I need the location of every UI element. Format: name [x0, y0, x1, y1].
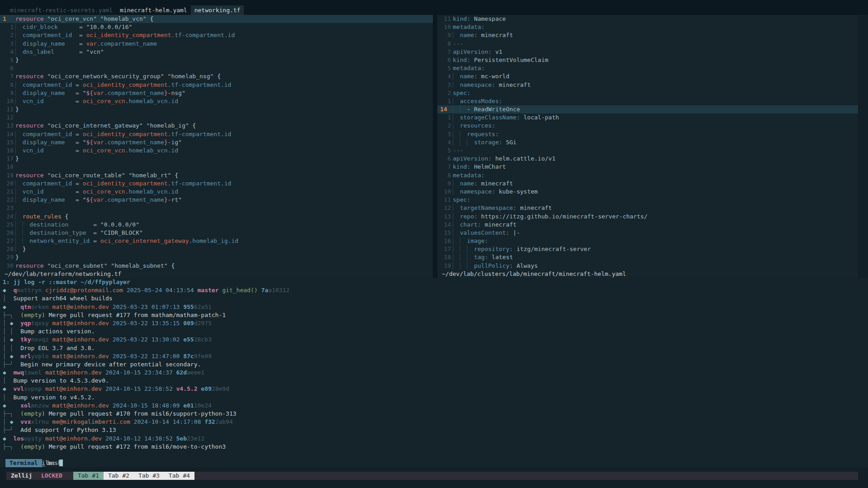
- text-segment: resource: [15, 262, 44, 269]
- code-text: ▏ name: minecraft: [453, 31, 513, 39]
- zellij-tabs: Tab #1 Tab #2 Tab #3 Tab #4: [73, 472, 194, 480]
- text-segment: [79, 180, 83, 187]
- text-segment: ▏: [15, 246, 19, 252]
- text-segment: ▏: [453, 221, 456, 228]
- text-segment: compartment_id: [23, 32, 72, 38]
- code-text: ▏ name: mc-world: [453, 72, 509, 81]
- text-segment: [54, 48, 79, 55]
- text-segment: e55: [183, 336, 194, 343]
- text-segment: [173, 369, 176, 376]
- code-line: 14▏ ▏ - ReadWriteOnce: [437, 105, 858, 114]
- text-segment: [42, 287, 45, 294]
- line-number: 5: [0, 56, 15, 64]
- code-line: 8metadata:: [437, 171, 858, 180]
- text-segment: Bump actions version.: [20, 328, 95, 335]
- text-segment: 5Gi: [503, 139, 517, 146]
- line-number: 16: [0, 147, 15, 155]
- text-segment: ${: [86, 90, 94, 96]
- zellij-session: minecraft-restic-secrets.yaml minecraft-…: [0, 0, 868, 488]
- text-segment: [79, 131, 83, 137]
- text-segment: }: [164, 90, 168, 96]
- text-segment: aeee1: [187, 369, 204, 376]
- text-segment: "oci_core_vcn": [47, 15, 97, 22]
- text-segment: [109, 353, 113, 360]
- text-segment: [72, 180, 76, 187]
- log-line: │ Bump version to v4.5.2.: [3, 393, 868, 402]
- buffer-tab-minecraft-restic-secrets[interactable]: minecraft-restic-secrets.yaml: [6, 5, 116, 15]
- code-text: ---: [453, 147, 463, 155]
- text-segment: ▏: [15, 213, 19, 220]
- code-area-terraform[interactable]: 1resource "oci_core_vcn" "homelab_vcn" {…: [0, 15, 433, 270]
- text-segment: .tf-compartment.id: [168, 131, 232, 137]
- code-line: 10metadata:: [437, 23, 858, 31]
- text-segment: [6, 303, 20, 310]
- code-text: ▏ accessModes:: [453, 97, 503, 105]
- text-segment: compartment_id: [23, 180, 72, 187]
- text-segment: minecraft: [517, 204, 552, 211]
- text-segment: Merge pull request #170 from misl6/suppo…: [45, 410, 237, 417]
- text-segment: a10312: [268, 287, 289, 294]
- text-segment: [97, 221, 100, 228]
- buffer-tab-minecraft-helm[interactable]: minecraft-helm.yaml: [116, 5, 191, 15]
- code-text: ▏ compartment_id = oci_identity_compartm…: [15, 180, 231, 188]
- text-segment: [109, 303, 113, 310]
- code-area-yaml[interactable]: 11kind: Namespace10metadata:9▏ name: min…: [437, 15, 858, 270]
- line-number: 5: [437, 64, 453, 72]
- text-segment: [49, 303, 52, 310]
- text-segment: .tf-compartment.id: [168, 180, 232, 187]
- pane-divider[interactable]: [433, 15, 437, 278]
- text-segment: oci_core_internet_gateway: [100, 237, 189, 244]
- code-line: 11spec:: [437, 196, 858, 204]
- text-segment: [83, 48, 86, 55]
- text-segment: 28e9d: [212, 385, 229, 392]
- code-text: resource "oci_core_network_security_grou…: [15, 72, 221, 81]
- text-segment: [19, 90, 23, 96]
- text-segment: [13, 361, 20, 368]
- zellij-tab-4[interactable]: Tab #4: [164, 472, 194, 480]
- text-segment: ▏: [453, 139, 456, 146]
- line-number: 9: [437, 31, 453, 39]
- text-segment: ◆: [3, 435, 6, 442]
- log-line: ├─╮ (empty) Merge pull request #172 from…: [3, 443, 868, 451]
- text-segment: matt@einhorn.dev: [45, 385, 102, 392]
- text-segment: ▏: [453, 204, 456, 211]
- text-segment: matt@einhorn.dev: [52, 353, 109, 360]
- text-segment: [13, 418, 20, 425]
- text-segment: mxttryn: [17, 287, 42, 294]
- buffer-tab-networking-tf[interactable]: networking.tf: [191, 5, 244, 15]
- text-segment: ▏: [15, 180, 19, 187]
- line-number: 13: [437, 213, 453, 221]
- code-text: ▏ display_name = "${var.compartment_name…: [15, 196, 182, 204]
- code-line: 12: [0, 114, 433, 122]
- code-text: ▏ display_name = "${var.compartment_name…: [15, 138, 182, 147]
- zellij-tab-2[interactable]: Tab #2: [104, 472, 134, 480]
- text-segment: [13, 353, 20, 360]
- text-segment: =: [76, 180, 79, 187]
- text-segment: [58, 24, 79, 30]
- terminal-pane[interactable]: 1: jj log -r ::master ~/d/ffpyplayer ◆ q…: [0, 278, 868, 467]
- log-line: ◆ losuysty matt@einhorn.dev 2024-10-12 1…: [3, 435, 868, 443]
- code-line: 29}: [0, 253, 433, 261]
- text-segment: ▏: [15, 90, 19, 96]
- text-segment: ▏: [453, 213, 456, 220]
- text-segment: 2025-03-23 01:07:13: [113, 303, 180, 310]
- zellij-tab-3[interactable]: Tab #3: [134, 472, 164, 480]
- zellij-tab-1[interactable]: Tab #1: [73, 472, 104, 480]
- text-segment: oci_identity_compartment: [86, 32, 171, 38]
- text-segment: matt@einhorn.dev: [52, 402, 109, 409]
- text-segment: ▏: [453, 188, 456, 195]
- log-line: │ ◆ vvxxlrnu me@mirkogalimberti.com 2024…: [3, 418, 868, 426]
- editor-pane-minecraft-helm[interactable]: 11kind: Namespace10metadata:9▏ name: min…: [437, 15, 858, 278]
- text-segment: [97, 15, 100, 22]
- text-segment: [470, 139, 474, 146]
- text-segment: storage:: [474, 139, 503, 146]
- text-segment: "homelab_ig": [147, 122, 189, 129]
- code-line: 1▏ accessModes:: [437, 97, 858, 105]
- text-segment: ▏: [453, 180, 456, 187]
- terminal-prompt-line[interactable]: log file:: [3, 451, 868, 459]
- mode-chip-terminal[interactable]: Terminal: [5, 459, 42, 467]
- code-text: ▏ vcn_id = oci_core_vcn.homelab_vcn.id: [15, 188, 178, 196]
- text-segment: [13, 345, 20, 351]
- text-segment: {: [147, 15, 154, 22]
- editor-pane-networking-tf[interactable]: 1resource "oci_core_vcn" "homelab_vcn" {…: [0, 15, 433, 278]
